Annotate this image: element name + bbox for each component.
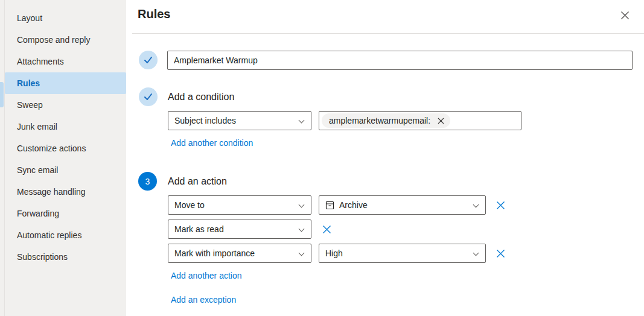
action-value-selected: Archive	[339, 200, 368, 210]
action-type-selected-value: Mark with importance	[174, 248, 255, 258]
sidebar-item-forwarding[interactable]: Forwarding	[5, 203, 126, 224]
delete-action-button-3[interactable]	[494, 247, 507, 260]
rules-panel: Rules Add a condition Subject includes a…	[126, 0, 644, 316]
delete-action-button-1[interactable]	[494, 198, 507, 212]
sidebar-item-message-handling[interactable]: Message handling	[5, 181, 126, 203]
condition-section-title: Add a condition	[168, 92, 234, 103]
close-icon	[620, 11, 630, 20]
action-value-dropdown-3[interactable]: High	[319, 244, 486, 263]
condition-type-selected-value: Subject includes	[174, 116, 236, 125]
step-action-number-badge: 3	[138, 172, 157, 191]
page-title: Rules	[138, 7, 170, 21]
chevron-down-icon	[299, 202, 305, 208]
category-selection-indicator	[0, 82, 4, 107]
chevron-down-icon	[299, 250, 305, 256]
sidebar-item-automatic-replies[interactable]: Automatic replies	[5, 224, 126, 246]
sidebar-item-subscriptions[interactable]: Subscriptions	[5, 246, 126, 268]
settings-sidebar: Layout Compose and reply Attachments Rul…	[5, 0, 126, 316]
header-divider	[132, 33, 644, 34]
condition-value-tag-text: amplemarketwarmupemail:	[329, 116, 430, 125]
archive-icon	[325, 201, 334, 210]
step-condition-complete-badge	[139, 87, 158, 106]
rule-name-input[interactable]	[167, 51, 633, 70]
condition-type-dropdown[interactable]: Subject includes	[168, 111, 311, 130]
chevron-down-icon	[473, 202, 479, 208]
action-type-selected-value: Mark as read	[174, 224, 224, 234]
chevron-down-icon	[473, 250, 479, 256]
chevron-down-icon	[299, 118, 305, 124]
action-type-dropdown-1[interactable]: Move to	[168, 195, 311, 215]
remove-tag-icon[interactable]	[438, 118, 444, 124]
sidebar-item-junk-email[interactable]: Junk email	[5, 116, 126, 137]
chevron-down-icon	[299, 226, 305, 232]
action-type-dropdown-2[interactable]: Mark as read	[168, 220, 311, 239]
action-section-title: Add an action	[168, 176, 227, 187]
action-value-dropdown-1[interactable]: Archive	[319, 195, 486, 215]
add-another-condition-link[interactable]: Add another condition	[171, 138, 253, 148]
add-another-action-link[interactable]: Add another action	[171, 271, 242, 280]
action-type-dropdown-3[interactable]: Mark with importance	[168, 244, 311, 263]
settings-category-rail	[0, 0, 5, 316]
checkmark-icon	[144, 56, 153, 64]
sidebar-item-customize-actions[interactable]: Customize actions	[5, 137, 126, 159]
sidebar-item-sweep[interactable]: Sweep	[5, 94, 126, 116]
close-button[interactable]	[617, 8, 632, 22]
sidebar-item-layout[interactable]: Layout	[5, 7, 126, 29]
sidebar-item-sync-email[interactable]: Sync email	[5, 159, 126, 181]
condition-value-tag: amplemarketwarmupemail:	[322, 113, 450, 128]
step-number-text: 3	[145, 177, 150, 186]
action-type-selected-value: Move to	[174, 200, 205, 210]
action-value-selected: High	[325, 248, 343, 258]
condition-value-input[interactable]: amplemarketwarmupemail:	[319, 111, 521, 130]
add-an-exception-link[interactable]: Add an exception	[171, 295, 236, 305]
checkmark-icon	[144, 93, 153, 101]
delete-action-button-2[interactable]	[320, 223, 333, 236]
sidebar-item-compose-and-reply[interactable]: Compose and reply	[5, 29, 126, 51]
step-name-complete-badge	[139, 51, 158, 69]
sidebar-item-rules[interactable]: Rules	[5, 72, 126, 94]
sidebar-item-attachments[interactable]: Attachments	[5, 51, 126, 72]
